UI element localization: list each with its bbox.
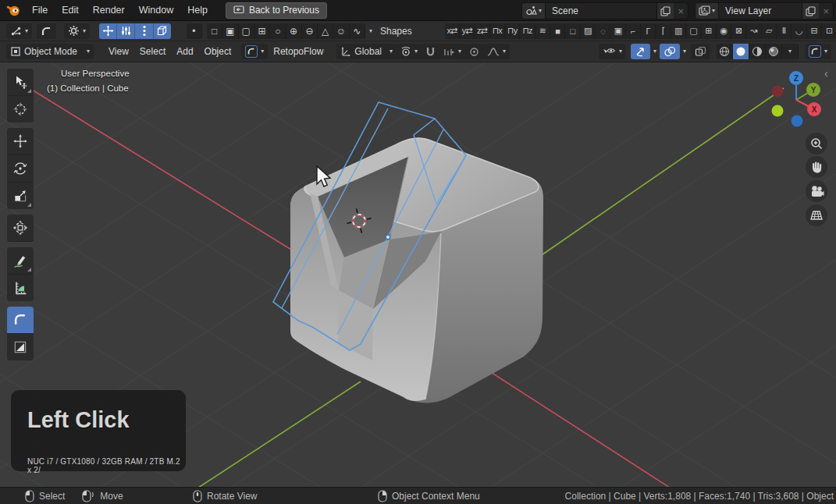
view-layer-selector[interactable]: ▾ View Layer × bbox=[695, 2, 834, 20]
toolbar-icon-button[interactable]: □ bbox=[565, 23, 580, 39]
view-layer-icon[interactable]: ▾ bbox=[695, 3, 719, 19]
shape-button[interactable]: ⊞ bbox=[254, 23, 270, 39]
axis-neg-x-ball[interactable] bbox=[772, 86, 784, 98]
menu-help[interactable]: Help bbox=[180, 5, 215, 16]
shape-button[interactable]: □ bbox=[207, 23, 222, 39]
menu-select[interactable]: Select bbox=[134, 46, 171, 57]
toolbar-icon-button[interactable]: ⌐ bbox=[626, 23, 641, 39]
toolbar-icon-button[interactable]: z⇄ bbox=[475, 23, 489, 39]
retopoflow-panel-button[interactable] bbox=[37, 23, 56, 39]
toolbar-icon-button[interactable]: ≋ bbox=[535, 23, 550, 39]
toolbar-icon-button[interactable]: ▥ bbox=[671, 23, 686, 39]
shading-dropdown[interactable]: ▾ bbox=[782, 44, 799, 59]
retopoflow-menu[interactable]: RetopoFlow bbox=[268, 46, 329, 57]
active-tool-button[interactable]: ▾ bbox=[241, 44, 268, 59]
scene-name[interactable]: Scene bbox=[546, 3, 656, 19]
tool-rotate[interactable] bbox=[7, 155, 34, 183]
retopoflow-quick-button[interactable]: ▾ bbox=[805, 44, 831, 59]
menu-edit[interactable]: Edit bbox=[55, 5, 86, 16]
toolbar-icon-button[interactable]: ⊓z bbox=[520, 23, 535, 39]
new-scene-button[interactable] bbox=[656, 3, 674, 19]
toolbar-icon-button[interactable]: ⊞ bbox=[701, 23, 716, 39]
tool-retopoflow[interactable] bbox=[7, 307, 34, 334]
toolbar-icon-button[interactable]: x⇄ bbox=[445, 23, 460, 39]
toolbar-icon-button[interactable]: ▢ bbox=[686, 23, 701, 39]
toolbar-icon-button[interactable]: ▱ bbox=[762, 23, 777, 39]
toolbar-icon-button[interactable]: ◌ bbox=[596, 23, 610, 39]
tool-settings-toggle[interactable] bbox=[117, 23, 135, 39]
shading-rendered-button[interactable] bbox=[766, 44, 782, 59]
show-overlays-toggle[interactable] bbox=[660, 44, 680, 59]
falloff-button[interactable]: ▾ bbox=[483, 44, 510, 59]
shape-button[interactable]: ⊖ bbox=[302, 23, 318, 39]
shading-solid-button[interactable] bbox=[733, 44, 749, 59]
vertex-dot[interactable] bbox=[386, 235, 390, 240]
tool-options-button[interactable]: ▾ bbox=[64, 23, 90, 39]
shading-material-button[interactable] bbox=[749, 44, 766, 59]
overlays-dropdown[interactable]: ▾ bbox=[683, 48, 686, 55]
menu-window[interactable]: Window bbox=[132, 5, 180, 16]
navigation-gizmo[interactable]: Z Y X bbox=[769, 70, 825, 130]
toolbar-icon-button[interactable]: ⊡ bbox=[822, 23, 836, 39]
transform-orientation[interactable]: Global ▾ bbox=[336, 44, 397, 59]
perspective-toggle-button[interactable] bbox=[806, 204, 827, 226]
snap-settings-button[interactable]: ▾ bbox=[439, 44, 465, 59]
shape-button[interactable]: ○ bbox=[270, 23, 286, 39]
toolbar-icon-button[interactable]: ⊟ bbox=[807, 23, 822, 39]
shape-button[interactable]: ⊕ bbox=[286, 23, 301, 39]
shapes-dropdown[interactable]: ▾ bbox=[369, 28, 372, 34]
unlink-scene-button[interactable]: × bbox=[674, 3, 688, 19]
gizmo-dropdown[interactable]: ▾ bbox=[653, 48, 656, 55]
move-gizmo-toggle[interactable] bbox=[99, 23, 117, 39]
toolbar-icon-button[interactable]: ⊠ bbox=[731, 23, 746, 39]
axis-neg-y-ball[interactable] bbox=[772, 105, 784, 117]
object-visibility-button[interactable]: ▾ bbox=[599, 44, 626, 59]
shape-button[interactable]: △ bbox=[318, 23, 333, 39]
toolbar-icon-button[interactable]: ▨ bbox=[581, 23, 596, 39]
tool-poly-select[interactable] bbox=[7, 334, 34, 360]
shape-button[interactable]: ▢ bbox=[239, 23, 254, 39]
camera-view-button[interactable] bbox=[806, 180, 827, 202]
toolbar-icon-button[interactable]: y⇄ bbox=[460, 23, 475, 39]
toolbar-icon-button[interactable]: ⊓y bbox=[505, 23, 520, 39]
toolbar-icon-button[interactable]: Ⅱ bbox=[777, 23, 792, 39]
menu-add[interactable]: Add bbox=[171, 46, 198, 57]
3d-viewport[interactable]: User Perspective (1) Collection | Cube bbox=[0, 62, 836, 487]
shape-button[interactable]: ▣ bbox=[222, 23, 238, 39]
new-view-layer-button[interactable] bbox=[802, 3, 819, 19]
tool-tweak[interactable] bbox=[7, 69, 34, 96]
toolbar-icon-button[interactable]: ◉ bbox=[717, 23, 731, 39]
pan-button[interactable] bbox=[806, 156, 827, 178]
scene-icon[interactable]: ▾ bbox=[522, 3, 546, 19]
tool-transform[interactable] bbox=[7, 215, 34, 242]
toolbar-icon-button[interactable]: ■ bbox=[550, 23, 565, 39]
view-layer-name[interactable]: View Layer bbox=[719, 3, 802, 19]
shape-button[interactable]: ∿ bbox=[350, 23, 365, 39]
toolbar-icon-button[interactable]: ↝ bbox=[746, 23, 761, 39]
blender-logo-icon[interactable] bbox=[6, 2, 22, 18]
toolbar-icon-button[interactable]: ◡ bbox=[792, 23, 806, 39]
proportional-edit-toggle[interactable] bbox=[465, 44, 483, 59]
options-toggle[interactable] bbox=[135, 23, 153, 39]
toolbar-icon-button[interactable]: ⌈ bbox=[656, 23, 671, 39]
remove-view-layer-button[interactable]: × bbox=[819, 3, 833, 19]
snap-toggle[interactable] bbox=[422, 44, 439, 59]
back-to-previous-button[interactable]: Back to Previous bbox=[226, 2, 327, 19]
shape-button[interactable]: • bbox=[187, 23, 202, 39]
toolbar-icon-button[interactable]: ▣ bbox=[610, 23, 625, 39]
shape-button[interactable]: ☺ bbox=[333, 23, 349, 39]
tool-move[interactable] bbox=[7, 128, 34, 155]
tool-measure[interactable] bbox=[7, 275, 34, 301]
tool-scale[interactable] bbox=[7, 183, 34, 209]
tool-annotate[interactable] bbox=[7, 247, 34, 275]
toolbar-icon-button[interactable]: Γ bbox=[641, 23, 656, 39]
menu-object[interactable]: Object bbox=[199, 46, 237, 57]
scene-selector[interactable]: ▾ Scene × bbox=[521, 2, 688, 20]
xray-toggle[interactable] bbox=[691, 44, 710, 59]
zoom-button[interactable] bbox=[806, 133, 827, 154]
axis-neg-z-ball[interactable] bbox=[792, 115, 803, 127]
mode-selector[interactable]: Object Mode ▾ bbox=[6, 44, 94, 59]
show-gizmo-toggle[interactable] bbox=[631, 44, 650, 59]
editor-type-button[interactable]: ▾ bbox=[6, 23, 32, 39]
menu-render[interactable]: Render bbox=[86, 5, 132, 16]
